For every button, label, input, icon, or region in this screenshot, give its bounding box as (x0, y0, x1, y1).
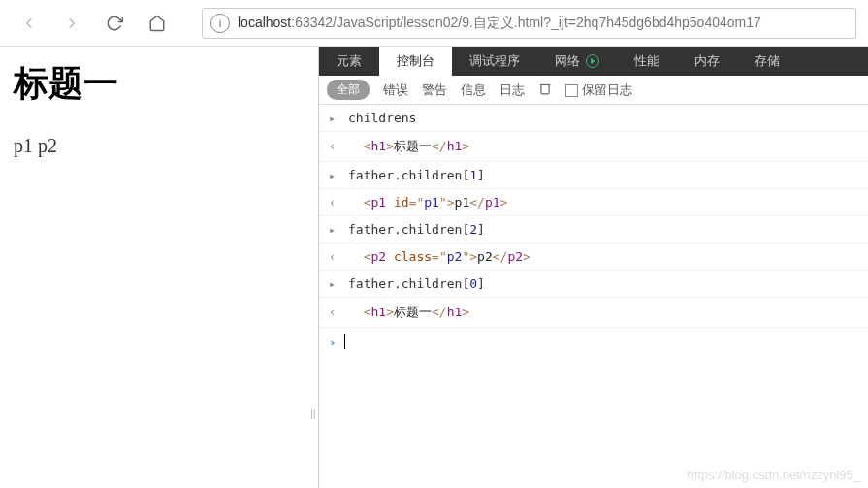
browser-toolbar: i localhost:63342/JavaScript/lesson02/9.… (0, 0, 868, 47)
input-icon: ‹ (329, 140, 340, 153)
expand-icon: ▸ (329, 223, 340, 237)
tab-network[interactable]: 网络 (537, 47, 617, 76)
console-row[interactable]: ▸father.children[2] (319, 216, 868, 244)
clear-icon[interactable] (538, 81, 552, 98)
info-icon[interactable]: i (210, 14, 230, 33)
cursor (344, 334, 345, 349)
console-row[interactable]: ‹ <p1 id="p1">p1</p1> (319, 189, 868, 216)
refresh-icon[interactable] (97, 6, 132, 41)
console-row[interactable]: ▸father.children[1] (319, 162, 868, 189)
record-icon (586, 54, 599, 68)
back-icon[interactable] (12, 6, 47, 41)
devtools-panel: 元素 控制台 调试程序 网络 性能 内存 存储 全部 错误 警告 信息 日志 保… (318, 47, 868, 488)
expand-icon: ▸ (329, 112, 340, 125)
console-filter-bar: 全部 错误 警告 信息 日志 保留日志 (319, 76, 868, 105)
url-text: localhost:63342/JavaScript/lesson02/9.自定… (238, 15, 761, 32)
expand-icon: ▸ (329, 169, 340, 182)
console-row[interactable]: ‹ <h1>标题一</h1> (319, 298, 868, 328)
expand-icon: ▸ (329, 277, 340, 291)
filter-all[interactable]: 全部 (327, 80, 370, 100)
tab-console[interactable]: 控制台 (379, 47, 452, 76)
page-paragraph: p1 p2 (14, 135, 305, 157)
page-viewport: 标题一 p1 p2 (0, 47, 318, 488)
filter-log[interactable]: 日志 (499, 81, 525, 99)
console-output: ▸childrens‹ <h1>标题一</h1>▸father.children… (319, 105, 868, 488)
console-input[interactable]: › (319, 328, 868, 355)
input-icon: ‹ (329, 306, 340, 319)
address-bar[interactable]: i localhost:63342/JavaScript/lesson02/9.… (202, 8, 856, 39)
tab-storage[interactable]: 存储 (737, 47, 797, 76)
input-icon: ‹ (329, 250, 340, 264)
page-heading: 标题一 (14, 60, 305, 108)
tab-debugger[interactable]: 调试程序 (452, 47, 537, 76)
checkbox-icon (565, 84, 578, 97)
tab-performance[interactable]: 性能 (617, 47, 677, 76)
filter-info[interactable]: 信息 (461, 81, 486, 99)
console-row[interactable]: ‹ <p2 class="p2">p2</p2> (319, 244, 868, 271)
devtools-tabs: 元素 控制台 调试程序 网络 性能 内存 存储 (319, 47, 868, 76)
console-row[interactable]: ‹ <h1>标题一</h1> (319, 132, 868, 162)
preserve-log-toggle[interactable]: 保留日志 (565, 81, 632, 99)
forward-icon[interactable] (54, 6, 89, 41)
home-icon[interactable] (140, 6, 175, 41)
tab-memory[interactable]: 内存 (677, 47, 737, 76)
prompt-icon: › (329, 335, 337, 349)
console-row[interactable]: ▸father.children[0] (319, 271, 868, 298)
console-row[interactable]: ▸childrens (319, 105, 868, 132)
filter-error[interactable]: 错误 (383, 81, 408, 99)
tab-elements[interactable]: 元素 (319, 47, 379, 76)
filter-warn[interactable]: 警告 (422, 81, 447, 99)
drag-handle-icon[interactable]: || (310, 407, 316, 419)
watermark: https://blog.csdn.net/nzzynl95_ (687, 468, 860, 482)
input-icon: ‹ (329, 196, 340, 210)
